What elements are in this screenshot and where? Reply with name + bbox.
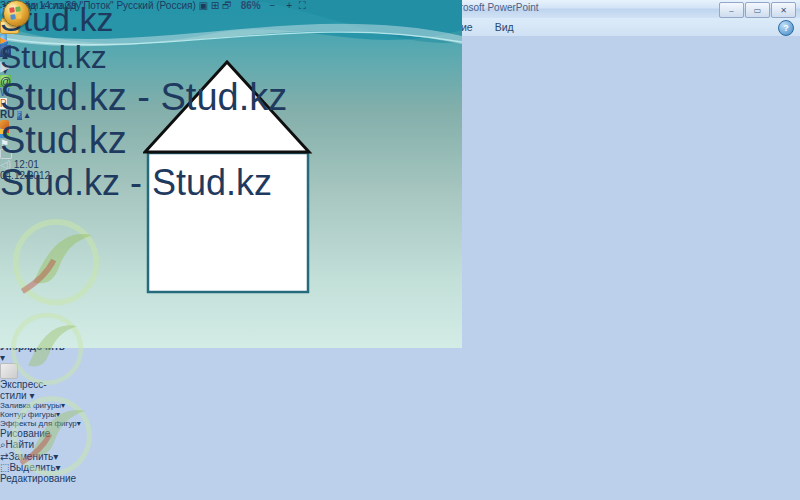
minimize-button[interactable]: – (719, 2, 744, 18)
close-button[interactable]: ✕ (771, 2, 796, 18)
powerpoint-window: сандар сыры [Режим совместимости] - Micr… (0, 0, 800, 500)
tab-view[interactable]: Вид (484, 19, 525, 36)
help-button[interactable]: ? (778, 20, 794, 36)
watermark-text: Stud.kz (0, 119, 287, 162)
watermark-logo (0, 382, 104, 470)
watermark-text: Stud.kz (0, 39, 287, 76)
close-icon: ✕ (780, 6, 787, 15)
help-icon: ? (783, 23, 789, 33)
watermark-layer: Stud.kz Stud.kz Stud.kz - Stud.kz Stud.k… (0, 0, 287, 470)
watermark-logo (0, 300, 94, 382)
window-controls: – ▭ ✕ (719, 2, 796, 18)
restore-button[interactable]: ▭ (745, 2, 770, 18)
minimize-icon: – (729, 6, 733, 15)
restore-icon: ▭ (754, 6, 762, 15)
office-button[interactable] (3, 0, 30, 27)
office-logo-icon (9, 6, 23, 20)
fit-to-window-button[interactable]: ⛶ (299, 0, 306, 11)
watermark-text: Stud.kz - Stud.kz (0, 162, 287, 204)
watermark-text: Stud.kz - Stud.kz (0, 76, 287, 119)
watermark-text: Stud.kz (0, 0, 287, 39)
watermark-logo (0, 204, 112, 300)
